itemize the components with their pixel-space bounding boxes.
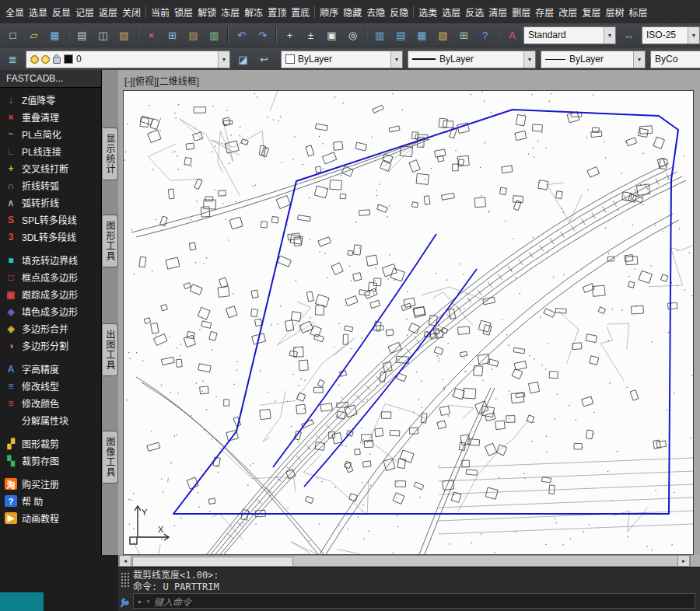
viewport-controls[interactable]: [-][俯视][二维线框] xyxy=(124,74,199,87)
palette-item-overlap-cleanup[interactable]: ×重叠清理 xyxy=(2,109,100,125)
palette-item-tutorial[interactable]: ▶动画教程 xyxy=(2,510,100,526)
customize-wrench-icon[interactable] xyxy=(120,599,130,609)
publish-button[interactable]: ▧ xyxy=(114,26,134,45)
menu-item-全显[interactable]: 全显 xyxy=(3,4,26,20)
menu-item-删层[interactable]: 删层 xyxy=(509,4,533,20)
palette-item-polygon-split[interactable]: ◑多边形分割 xyxy=(2,337,100,354)
layer-previous-button[interactable]: ↩ xyxy=(254,50,274,69)
palette-item-pl-point-simplify[interactable]: ~PL点简化 xyxy=(2,126,100,142)
palette-item-clip-save[interactable]: ▚裁剪存图 xyxy=(2,452,100,469)
chevron-down-icon[interactable]: ▼ xyxy=(523,51,535,68)
palette-item-arc-to-polyline[interactable]: ∧弧转折线 xyxy=(2,194,100,211)
linetype-combo[interactable]: ByLayer ▼ xyxy=(408,51,536,68)
palette-item-polyline-to-arc[interactable]: ∩折线转弧 xyxy=(2,177,100,194)
dim-style-button[interactable]: ↔ xyxy=(619,26,639,45)
plot-preview-button[interactable]: ◫ xyxy=(93,26,113,45)
menu-item-反隐[interactable]: 反隐 xyxy=(387,4,411,20)
scroll-right-button[interactable]: ▸ xyxy=(677,555,690,567)
make-object-layer-current-button[interactable]: ◪ xyxy=(233,50,253,69)
markup-set-manager-button[interactable]: ▧ xyxy=(433,26,453,45)
palette-item-z-zero[interactable]: ↓Z值降零 xyxy=(2,92,100,108)
color-combo[interactable]: ByLayer ▼ xyxy=(281,51,403,68)
sheet-set-manager-button[interactable]: ▦ xyxy=(412,26,432,45)
palette-title[interactable]: FASTCADB... xyxy=(0,70,101,88)
command-input[interactable]: ▸ ▾ 键入命令 xyxy=(133,593,695,609)
open-file-button[interactable]: ▱ xyxy=(24,26,44,45)
menu-item-去隐[interactable]: 去隐 xyxy=(364,4,387,20)
chevron-down-icon[interactable]: ▼ xyxy=(604,27,615,44)
palette-item-3dl-to-polyline[interactable]: 33DL转多段线 xyxy=(2,229,100,245)
palette-item-modify-color[interactable]: ≡修改颜色 xyxy=(2,395,100,411)
menu-item-解锁[interactable]: 解锁 xyxy=(195,4,219,20)
scrollbar-thumb[interactable] xyxy=(132,557,293,567)
text-style-combo[interactable]: Standard ▼ xyxy=(523,26,616,44)
menu-item-复层[interactable]: 复层 xyxy=(579,4,603,20)
zoom-realtime-button[interactable]: ± xyxy=(301,26,320,45)
menu-item-置顶[interactable]: 置顶 xyxy=(265,4,289,20)
drawing-canvas[interactable]: YX xyxy=(123,90,694,555)
plot-style-combo[interactable]: ByCo xyxy=(650,51,700,68)
menu-item-选类[interactable]: 选类 xyxy=(416,4,439,20)
palette-item-modify-linetype[interactable]: ≡修改线型 xyxy=(2,378,100,394)
layer-on-bulb-icon[interactable] xyxy=(30,55,39,64)
copy-button[interactable]: ⊞ xyxy=(163,26,182,45)
menu-item-当前[interactable]: 当前 xyxy=(149,4,172,20)
menu-item-关闭[interactable]: 关闭 xyxy=(120,4,143,20)
menu-item-反选[interactable]: 反选 xyxy=(463,4,486,20)
chevron-down-icon[interactable]: ▼ xyxy=(390,51,402,68)
save-file-button[interactable]: ▦ xyxy=(45,26,65,45)
zoom-window-button[interactable]: ▣ xyxy=(322,26,341,45)
layer-properties-button[interactable]: ≣ xyxy=(3,50,23,69)
paste-button[interactable]: ▨ xyxy=(184,26,203,45)
layer-combo[interactable]: 0 ▼ xyxy=(26,51,230,68)
menu-item-返层[interactable]: 返层 xyxy=(96,4,120,20)
tool-palettes-button[interactable]: ▤ xyxy=(391,26,411,45)
palette-item-trace-polygon[interactable]: ▣跟踪成多边形 xyxy=(2,286,100,302)
palette-item-pl-line-join[interactable]: ∟PL线连接 xyxy=(2,143,100,159)
palette-item-explode-attribute-block[interactable]: 分解属性块 xyxy=(2,412,100,428)
side-tab-display-stats[interactable]: 显示统计 xyxy=(103,127,118,180)
side-tab-graphic-tools[interactable]: 图形工具 xyxy=(103,215,118,267)
palette-item-text-height-precision[interactable]: A字高精度 xyxy=(2,361,100,377)
menu-item-改层[interactable]: 改层 xyxy=(556,4,579,20)
menu-item-清层[interactable]: 清层 xyxy=(486,4,509,20)
chevron-down-icon[interactable]: ▼ xyxy=(218,51,229,68)
properties-palette-button[interactable]: ▥ xyxy=(370,26,390,45)
menu-item-选显[interactable]: 选显 xyxy=(26,4,50,20)
menu-item-顺序[interactable]: 顺序 xyxy=(317,4,341,20)
menu-item-反显[interactable]: 反显 xyxy=(50,4,73,20)
text-style-button[interactable]: A xyxy=(502,26,522,45)
palette-item-buy-register[interactable]: 淘购买注册 xyxy=(2,476,100,492)
quickcalc-button[interactable]: ⊞ xyxy=(454,26,474,45)
menu-item-选层[interactable]: 选层 xyxy=(439,4,463,20)
side-tab-plot-tools[interactable]: 出图工具 xyxy=(103,323,118,376)
scroll-left-button[interactable]: ◂ xyxy=(119,555,131,567)
palette-item-hatch-to-boundary[interactable]: ■填充转边界线 xyxy=(2,252,100,268)
redo-button[interactable]: ↷ xyxy=(253,26,272,45)
menu-item-标层[interactable]: 标层 xyxy=(626,4,649,20)
chevron-down-icon[interactable]: ▼ xyxy=(633,51,645,68)
layer-freeze-sun-icon[interactable] xyxy=(41,55,50,64)
palette-item-help[interactable]: ?帮 助 xyxy=(2,493,100,509)
horizontal-scrollbar[interactable]: ◂ ▸ xyxy=(118,555,691,567)
palette-item-drawing-clip[interactable]: ▞图形裁剪 xyxy=(2,435,100,452)
menu-item-记层[interactable]: 记层 xyxy=(73,4,96,20)
dim-style-combo[interactable]: ISO-25 ▼ xyxy=(642,26,700,44)
help-button[interactable]: ? xyxy=(475,26,495,45)
palette-item-box-point-polygon[interactable]: □框点成多边形 xyxy=(2,269,100,285)
cut-button[interactable]: × xyxy=(142,26,161,45)
palette-item-cross-line-break[interactable]: +交叉线打断 xyxy=(2,160,100,176)
palette-item-fill-color-polygon[interactable]: ◆填色成多边形 xyxy=(2,303,100,319)
chevron-down-icon[interactable]: ▼ xyxy=(688,27,699,44)
palette-item-spl-to-polyline[interactable]: SSPL转多段线 xyxy=(2,211,100,228)
menu-item-隐藏[interactable]: 隐藏 xyxy=(341,4,364,20)
palette-item-polygon-merge[interactable]: ◈多边形合并 xyxy=(2,320,100,337)
plot-button[interactable]: ▤ xyxy=(72,26,92,45)
zoom-extents-button[interactable]: ◎ xyxy=(343,26,362,45)
command-grip[interactable] xyxy=(118,567,131,611)
menu-item-存层[interactable]: 存层 xyxy=(533,4,556,20)
lineweight-combo[interactable]: ByLayer ▼ xyxy=(541,51,646,68)
recent-commands-icon[interactable]: ▾ xyxy=(146,598,150,605)
menu-item-解冻[interactable]: 解冻 xyxy=(242,4,265,20)
layer-lock-icon[interactable] xyxy=(53,57,61,64)
